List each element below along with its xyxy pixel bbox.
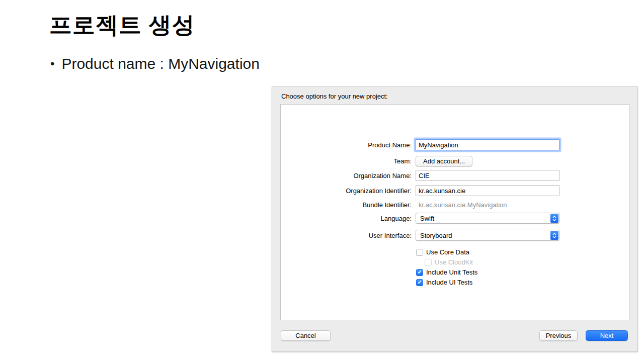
form-row-language: Language: Swift [281, 213, 629, 224]
user-interface-popup[interactable]: Storyboard [416, 230, 559, 241]
next-button[interactable]: Next [586, 330, 628, 341]
page-title: 프로젝트 생성 [49, 10, 195, 40]
form-row-organization-name: Organization Name: [281, 170, 629, 181]
checkmark-icon: ✓ [417, 269, 422, 275]
bullet-marker: • [50, 58, 54, 70]
bullet-item: • Product name : MyNavigation [50, 55, 260, 72]
new-project-options-dialog: Choose options for your new project: Pro… [272, 86, 638, 352]
organization-identifier-label: Organization Identifier: [281, 187, 416, 195]
checkbox-row-include-unit-tests: ✓ Include Unit Tests [416, 268, 477, 276]
form-row-product-name: Product Name: [281, 139, 629, 150]
product-name-label: Product Name: [281, 141, 416, 149]
slide: 프로젝트 생성 • Product name : MyNavigation Ch… [0, 0, 644, 362]
product-name-input[interactable] [416, 139, 559, 150]
options-panel: Product Name: Team: Add account... Organ… [280, 104, 629, 320]
organization-identifier-input[interactable] [416, 185, 559, 196]
user-interface-label: User Interface: [281, 232, 416, 239]
checkbox-row-use-cloudkit: Use CloudKit [425, 258, 473, 266]
use-core-data-checkbox[interactable] [416, 249, 423, 256]
form-row-organization-identifier: Organization Identifier: [281, 185, 629, 196]
language-popup[interactable]: Swift [416, 213, 559, 224]
include-unit-tests-label: Include Unit Tests [426, 268, 477, 276]
organization-name-label: Organization Name: [281, 172, 416, 179]
form-row-user-interface: User Interface: Storyboard [281, 230, 629, 241]
use-core-data-label: Use Core Data [426, 248, 469, 256]
include-unit-tests-checkbox[interactable]: ✓ [416, 269, 423, 276]
user-interface-selected-value: Storyboard [420, 232, 452, 239]
checkbox-row-use-core-data: Use Core Data [416, 248, 469, 256]
checkbox-row-include-ui-tests: ✓ Include UI Tests [416, 279, 472, 286]
add-account-button[interactable]: Add account... [416, 156, 472, 166]
use-cloudkit-label: Use CloudKit [435, 258, 473, 266]
previous-button[interactable]: Previous [539, 330, 578, 341]
bundle-identifier-label: Bundle Identifier: [281, 201, 416, 209]
cancel-button[interactable]: Cancel [281, 330, 331, 341]
organization-name-input[interactable] [416, 170, 559, 181]
checkmark-icon: ✓ [417, 280, 422, 285]
form-row-team: Team: Add account... [281, 156, 629, 166]
include-ui-tests-checkbox[interactable]: ✓ [416, 279, 423, 286]
use-cloudkit-checkbox [425, 259, 432, 266]
form-row-bundle-identifier: Bundle Identifier: kr.ac.kunsan.cie.MyNa… [281, 201, 629, 209]
team-label: Team: [281, 157, 416, 165]
dialog-heading: Choose options for your new project: [281, 93, 388, 100]
bundle-identifier-value: kr.ac.kunsan.cie.MyNavigation [416, 201, 507, 209]
popup-stepper-icon [550, 231, 558, 240]
include-ui-tests-label: Include UI Tests [426, 279, 472, 286]
language-selected-value: Swift [420, 215, 434, 222]
bullet-text: Product name : MyNavigation [61, 55, 260, 72]
language-label: Language: [281, 215, 416, 222]
popup-stepper-icon [550, 214, 558, 223]
